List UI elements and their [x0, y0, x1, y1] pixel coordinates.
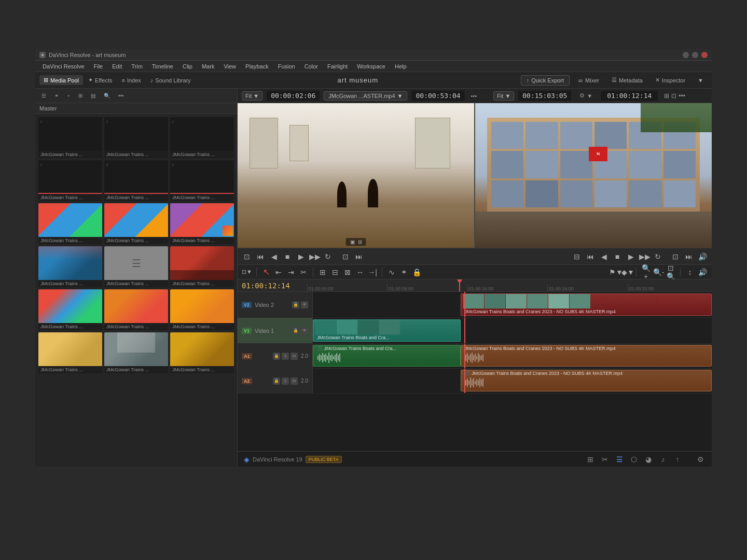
- track-lock-v2[interactable]: 🔒: [292, 301, 299, 309]
- monitor-options[interactable]: •••: [469, 93, 479, 99]
- ruler-container[interactable]: 01:00:00:00 01:00:08:00 01:00:16:00 01:0…: [307, 279, 708, 291]
- source-skip-end[interactable]: ⏭: [354, 253, 364, 261]
- program-options[interactable]: ⚙▼: [575, 92, 597, 99]
- razor-tool[interactable]: ✂: [298, 268, 309, 276]
- menu-color[interactable]: Color: [300, 62, 322, 71]
- list-item[interactable]: ♪ JMcGowan Trains ...: [104, 160, 168, 201]
- sound-library-tab[interactable]: ♪ Sound Library: [146, 76, 195, 85]
- index-tab[interactable]: ≡ Index: [117, 76, 145, 85]
- track-visible-v2[interactable]: 👁: [301, 301, 308, 309]
- menu-fusion[interactable]: Fusion: [274, 62, 299, 71]
- zoom-out-tool[interactable]: 🔍-: [653, 268, 663, 276]
- clip-v1-1[interactable]: JMcGowan Trains Boats and Cra...: [313, 319, 461, 342]
- source-loop[interactable]: ↻: [323, 253, 333, 261]
- audio-page-icon[interactable]: ♪: [658, 454, 668, 465]
- zoom-in-tool[interactable]: 🔍+: [641, 264, 651, 281]
- menu-clip[interactable]: Clip: [178, 62, 197, 71]
- zoom-fit-tool[interactable]: ⊡🔍: [666, 264, 676, 281]
- list-item[interactable]: ♪ JMcGowan Trains ...: [38, 160, 102, 201]
- source-next-frame[interactable]: ▶▶: [309, 253, 320, 261]
- menu-mark[interactable]: Mark: [198, 62, 218, 71]
- program-expand-icon[interactable]: ⊡: [671, 92, 676, 100]
- link-tool[interactable]: ⚭: [399, 268, 409, 276]
- track-lock-a1[interactable]: 🔒: [273, 353, 280, 360]
- list-item[interactable]: JMcGowan Trains ...: [104, 332, 168, 373]
- program-next-frame[interactable]: ▶▶: [639, 253, 649, 261]
- list-item[interactable]: ♪ JMcGowan Trains ...: [38, 117, 102, 158]
- list-item[interactable]: JMcGowan Trains ...: [38, 203, 102, 244]
- volume-tool[interactable]: 🔊: [697, 268, 708, 276]
- effects-tab[interactable]: ✦ Effects: [84, 75, 116, 85]
- program-options-icon[interactable]: ⊞: [664, 92, 669, 100]
- mixer-button[interactable]: ⚌ Mixer: [574, 75, 603, 85]
- menu-workspace[interactable]: Workspace: [353, 62, 390, 71]
- overwrite-tool[interactable]: ⊟: [330, 268, 340, 276]
- source-prev-frame[interactable]: ◀: [269, 253, 279, 261]
- media-pool-tab[interactable]: ⊞ Media Pool: [39, 75, 83, 85]
- list-item[interactable]: JMcGowan Trains ...: [170, 289, 234, 330]
- metadata-button[interactable]: ☰ Metadata: [607, 75, 647, 85]
- edit-page-icon[interactable]: ☰: [614, 454, 625, 465]
- menu-file[interactable]: File: [90, 62, 107, 71]
- track-lock-a2[interactable]: 🔒: [273, 377, 280, 385]
- fit-fill-tool[interactable]: ↔: [355, 268, 365, 276]
- program-stop[interactable]: ■: [612, 253, 622, 261]
- list-item[interactable]: JMcGowan Trains ...: [170, 203, 234, 244]
- source-fullscreen[interactable]: ⊡: [340, 253, 351, 261]
- track-visible-a1[interactable]: S: [282, 353, 289, 360]
- append-tool[interactable]: →|: [367, 268, 378, 276]
- panel-more[interactable]: •••: [115, 92, 127, 100]
- panel-grid-view[interactable]: ⊞: [75, 92, 86, 100]
- settings-icon[interactable]: ⚙: [695, 454, 706, 465]
- program-play[interactable]: ▶: [626, 253, 636, 261]
- track-visible-a2[interactable]: S: [282, 377, 289, 385]
- media-page-icon[interactable]: ⊞: [585, 454, 596, 465]
- program-more-icon[interactable]: •••: [679, 92, 685, 100]
- panel-star-btn[interactable]: ⋆: [64, 92, 73, 100]
- marker-tool[interactable]: ◆▼: [621, 268, 632, 276]
- program-skip-end[interactable]: ⏭: [684, 253, 694, 261]
- source-play[interactable]: ▶: [296, 253, 306, 261]
- program-loop[interactable]: ↻: [653, 253, 663, 261]
- source-monitor-toggle[interactable]: ⊡: [242, 253, 252, 261]
- menu-help[interactable]: Help: [391, 62, 411, 71]
- quick-export-button[interactable]: ↑ Quick Export: [521, 75, 570, 86]
- program-fullscreen[interactable]: ⊟: [572, 253, 582, 261]
- panel-list-view[interactable]: ☰: [38, 92, 49, 100]
- fusion-page-icon[interactable]: ⬡: [629, 454, 639, 465]
- maximize-btn[interactable]: □: [692, 52, 698, 58]
- cut-page-icon[interactable]: ✂: [600, 454, 610, 465]
- list-item[interactable]: JMcGowan Trains ...: [104, 289, 168, 330]
- list-item[interactable]: JMcGowan Trains ...: [170, 332, 234, 373]
- list-item[interactable]: JMcGowan Trains ...: [104, 203, 168, 244]
- list-item[interactable]: ♪ JMcGowan Trains ...: [170, 117, 234, 158]
- track-visible-v1[interactable]: 👁: [301, 327, 308, 334]
- replace-tool[interactable]: ⊠: [342, 268, 353, 276]
- track-height-tool[interactable]: ↕: [685, 268, 695, 276]
- panel-sort[interactable]: ▤: [88, 92, 99, 100]
- close-btn[interactable]: ✕: [701, 52, 708, 58]
- lock-tool[interactable]: 🔒: [411, 268, 422, 276]
- panel-search[interactable]: 🔍: [101, 92, 113, 100]
- program-audio[interactable]: 🔊: [697, 253, 708, 261]
- clip-a2-1[interactable]: 🎵 JMcGowan Trains Boats and Cranes 2023 …: [461, 370, 712, 391]
- menu-view[interactable]: View: [219, 62, 240, 71]
- list-item[interactable]: ♪ JMcGowan Trains ...: [170, 160, 234, 201]
- source-clip-name[interactable]: JMcGowan ...ASTER.mp4 ▼: [324, 91, 407, 101]
- flag-tool[interactable]: ⚑▼: [609, 268, 619, 276]
- clip-a1-2[interactable]: JMcGowan Trains Boats and Cranes 2023 - …: [461, 345, 712, 367]
- track-mute-a2[interactable]: M: [290, 377, 298, 385]
- select-tool[interactable]: ↖: [261, 267, 271, 277]
- track-lock-v1[interactable]: 🔒: [292, 327, 299, 334]
- source-skip-start[interactable]: ⏮: [255, 253, 266, 261]
- program-expand[interactable]: ⊡: [670, 253, 681, 261]
- menu-timeline[interactable]: Timeline: [148, 62, 177, 71]
- collapse-panel-button[interactable]: ▼: [694, 76, 708, 85]
- menu-trim[interactable]: Trim: [127, 62, 147, 71]
- deliver-page-icon[interactable]: ↑: [672, 454, 683, 465]
- trim-in-tool[interactable]: ⇤: [273, 268, 284, 276]
- list-item[interactable]: JMcGowan Trains ...: [38, 332, 102, 373]
- menu-davinci[interactable]: DaVinci Resolve: [38, 62, 89, 71]
- monitor-output-toggle[interactable]: ⊡▼: [242, 269, 252, 275]
- menu-edit[interactable]: Edit: [108, 62, 126, 71]
